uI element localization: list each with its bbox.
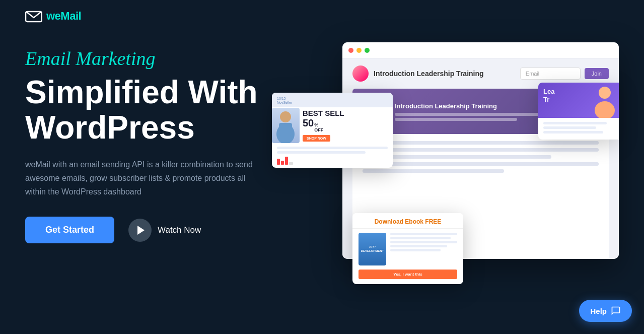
- best-sell-card: 10/15 NovSeller BEST SELL 50 %OFF: [272, 93, 393, 168]
- ec1-person: [272, 108, 300, 143]
- join-button[interactable]: Join: [585, 68, 609, 79]
- ec3-line-1: [543, 122, 607, 124]
- play-triangle: [137, 226, 145, 235]
- ec3-body: [538, 118, 619, 140]
- hero-section: Email Marketing Simplified With WordPres…: [0, 32, 644, 294]
- discount-number: 50: [303, 117, 314, 129]
- svg-point-3: [280, 111, 291, 122]
- ec1-content: BEST SELL 50 %OFF SHOP NOW: [272, 107, 393, 144]
- navbar: weMail: [0, 0, 644, 32]
- help-label: Help: [590, 307, 607, 315]
- svg-point-7: [595, 101, 615, 118]
- ebook-header: Download Ebook FREE: [352, 213, 463, 229]
- hero-tagline: Email Marketing: [25, 47, 307, 70]
- line-mock-2: [395, 118, 517, 121]
- svg-point-6: [599, 87, 611, 99]
- ebook-img-label: APP DEVELOPMENT: [361, 245, 384, 253]
- watch-now-button[interactable]: Watch Now: [128, 219, 201, 242]
- hero-actions: Get Started Watch Now: [25, 217, 307, 243]
- dot-red: [348, 48, 353, 53]
- ebook-title: Download Ebook FREE: [360, 218, 456, 225]
- red-bar-3: [285, 157, 288, 165]
- email-input-mock: Email: [520, 68, 581, 80]
- shop-now-btn[interactable]: SHOP NOW: [303, 135, 330, 142]
- eq-dots: [289, 162, 293, 165]
- dot-green: [365, 48, 370, 53]
- ec2-line-5: [390, 249, 441, 251]
- ec1-red-bars: [272, 157, 393, 168]
- ebook-body: APP DEVELOPMENT: [352, 229, 463, 270]
- off-label: %OFF: [314, 122, 323, 132]
- brand-name: weMail: [46, 10, 81, 23]
- ec3-line-2: [543, 126, 596, 129]
- ec1-line-1: [277, 147, 388, 149]
- email-preview-title: Introduction Leadership Training: [374, 70, 484, 78]
- hero-title: Simplified With WordPress: [25, 75, 307, 146]
- ebook-cta[interactable]: Yes, I want this: [359, 270, 457, 279]
- dot-yellow: [356, 48, 362, 53]
- ec2-line-3: [390, 241, 457, 243]
- ec3-header: Lea Tr: [538, 83, 619, 118]
- header-avatar: [352, 65, 369, 82]
- body-line-4: [363, 162, 599, 166]
- ec1-badge: 10/15 NovSeller: [277, 97, 292, 105]
- ec3-line-3: [543, 131, 603, 133]
- ec2-line-1: [390, 233, 457, 235]
- red-bar-1: [277, 159, 280, 165]
- ec1-line-2: [277, 151, 366, 154]
- play-icon: [128, 219, 152, 242]
- ec1-text-block: BEST SELL 50 %OFF SHOP NOW: [303, 107, 344, 144]
- line-mock-1: [395, 113, 558, 116]
- ec2-line-2: [390, 237, 451, 239]
- right-partial-card: Lea Tr: [538, 83, 619, 140]
- body-line-1: [363, 141, 599, 145]
- ebook-desc: [390, 233, 457, 265]
- help-button[interactable]: Help: [579, 300, 632, 322]
- ec2-line-4: [390, 245, 447, 247]
- body-line-2: [363, 148, 599, 152]
- hero-description: weMail with an email sending API is a ki…: [25, 158, 267, 199]
- get-started-button[interactable]: Get Started: [25, 217, 114, 243]
- ebook-card: Download Ebook FREE APP DEVELOPMENT: [352, 213, 463, 284]
- ebook-image: APP DEVELOPMENT: [359, 233, 386, 265]
- off-line: 50 %OFF: [303, 117, 344, 132]
- ec1-lines: [272, 144, 393, 157]
- logo[interactable]: weMail: [25, 9, 81, 23]
- hero-left: Email Marketing Simplified With WordPres…: [25, 42, 307, 243]
- chat-icon: [611, 306, 621, 316]
- browser-bar: [342, 42, 619, 58]
- hero-right: Introduction Leadership Training Email J…: [322, 42, 619, 294]
- email-header-row: Introduction Leadership Training Email J…: [352, 65, 609, 82]
- body-line-5: [363, 169, 504, 173]
- red-bar-2: [281, 161, 284, 165]
- logo-icon: [25, 9, 42, 23]
- best-sell-label: BEST SELL: [303, 109, 344, 118]
- svg-rect-5: [279, 123, 292, 136]
- best-sell-top: 10/15 NovSeller: [272, 93, 393, 107]
